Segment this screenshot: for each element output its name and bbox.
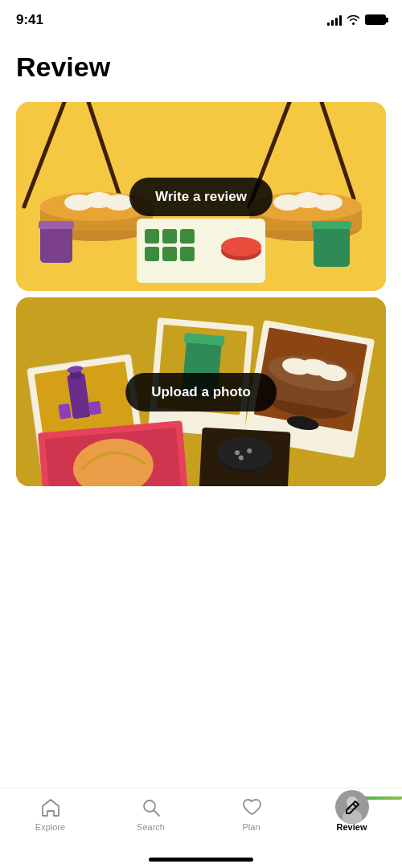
home-icon [39, 796, 62, 819]
svg-rect-28 [314, 223, 350, 267]
svg-rect-36 [58, 403, 71, 420]
svg-rect-37 [88, 401, 101, 416]
battery-icon [365, 14, 386, 25]
svg-rect-23 [145, 247, 159, 261]
pencil-icon [341, 796, 363, 819]
write-review-button[interactable]: Write a review [129, 178, 273, 216]
nav-item-search[interactable]: Search [100, 796, 201, 832]
nav-label-explore: Explore [35, 822, 65, 832]
svg-point-27 [221, 237, 261, 256]
svg-rect-21 [162, 229, 177, 244]
nav-label-search: Search [137, 822, 165, 832]
write-review-card[interactable]: Write a review [16, 102, 386, 291]
svg-rect-18 [39, 221, 74, 229]
signal-icon [327, 14, 342, 26]
status-bar: 9:41 [0, 0, 402, 35]
upload-photo-card[interactable]: Upload a photo [16, 297, 386, 486]
cards-container: Write a review [16, 102, 386, 493]
wifi-icon [347, 14, 360, 25]
nav-item-explore[interactable]: Explore [0, 796, 100, 832]
svg-line-63 [353, 804, 356, 807]
svg-line-62 [154, 811, 159, 817]
active-indicator [362, 796, 402, 800]
svg-point-16 [314, 194, 343, 211]
svg-rect-24 [162, 247, 177, 261]
svg-rect-29 [312, 221, 351, 229]
status-time: 9:41 [16, 12, 43, 28]
home-indicator [149, 858, 253, 862]
svg-rect-25 [180, 247, 195, 261]
search-icon [140, 796, 162, 819]
status-icons [327, 14, 386, 26]
nav-item-review[interactable]: Review [302, 796, 402, 832]
page-title: Review [16, 51, 386, 83]
svg-rect-22 [180, 229, 195, 244]
main-content: Review [0, 35, 402, 493]
nav-item-plan[interactable]: Plan [201, 796, 302, 832]
upload-photo-button[interactable]: Upload a photo [125, 373, 277, 411]
heart-icon [240, 796, 263, 819]
svg-rect-20 [145, 229, 159, 244]
bottom-nav: Explore Search Plan [0, 788, 402, 868]
nav-label-plan: Plan [242, 822, 260, 832]
